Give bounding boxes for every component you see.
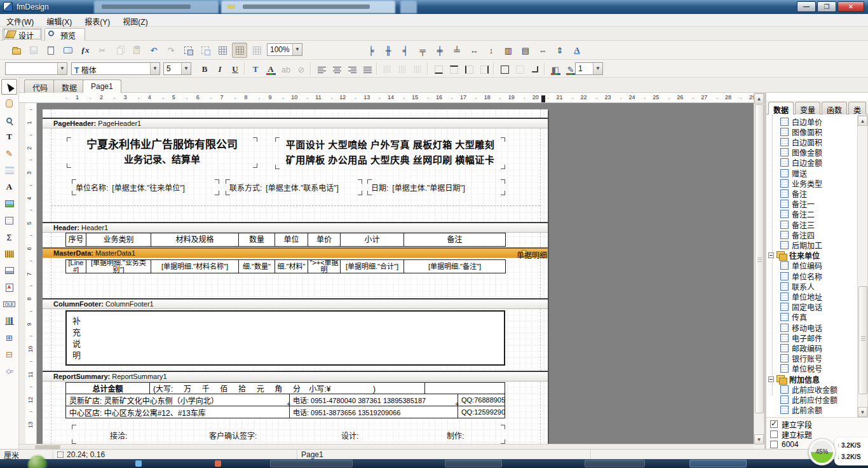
align-top-edges-button[interactable]: ╤: [415, 43, 430, 58]
report-page[interactable]: PageHeader: PageHeader1 宁夏永利伟业广告服饰有限公司 业…: [43, 109, 548, 444]
tree-field-此前应收金额[interactable]: 此前应收金额: [780, 384, 837, 394]
scroll-down-arrow[interactable]: ▼: [754, 434, 764, 444]
pageheader-field-0[interactable]: 单位名称:[单据主体."往来单位"]: [72, 179, 219, 195]
richtext-object-tool[interactable]: [1, 280, 17, 296]
vertical-text-button-3[interactable]: [410, 62, 426, 77]
align-bottom-edges-button[interactable]: ╧: [449, 43, 465, 58]
tree-scrollbar[interactable]: ▲ ▼: [857, 115, 868, 417]
subreport-object-tool[interactable]: [1, 212, 17, 228]
header-cell-5[interactable]: 单价: [308, 233, 341, 247]
highlight-color-button[interactable]: A: [263, 62, 278, 77]
tree-node-附加信息[interactable]: 附加信息: [768, 374, 820, 384]
header-cell-3[interactable]: 数量: [238, 233, 275, 247]
tree-node-往来单位[interactable]: 往来单位: [768, 251, 820, 261]
tree-field-白边单价[interactable]: 白边单价: [780, 116, 822, 127]
select-tool[interactable]: [1, 79, 17, 95]
ungroup-button[interactable]: [198, 43, 213, 58]
resize-handle[interactable]: +: [455, 400, 459, 408]
close-button[interactable]: ✕: [837, 1, 864, 12]
data-dictionary-button[interactable]: [60, 43, 76, 58]
align-to-grid-button[interactable]: [249, 43, 264, 58]
tree-field-白边金额[interactable]: 白边金额: [780, 158, 822, 168]
tree-field-固定电话[interactable]: 固定电话: [780, 302, 822, 312]
tree-field-赠送[interactable]: 赠送: [780, 168, 807, 178]
ole-object-tool[interactable]: OLE: [1, 296, 17, 312]
tree-field-备注二[interactable]: 备注二: [780, 209, 815, 219]
zoom-tool[interactable]: [1, 113, 17, 128]
font-dialog-button[interactable]: A: [569, 43, 585, 58]
show-grid-button[interactable]: [215, 43, 230, 58]
data-cell-3[interactable]: 细."数量": [238, 259, 275, 273]
pageheader-field-2[interactable]: 日期:[单据主体."单据日期"]: [367, 179, 505, 195]
align-text-center-button[interactable]: [329, 62, 344, 77]
amount-in-words-cell[interactable]: (大写: 万 千 佰 拾 元 角 分 小写:¥ ): [149, 382, 425, 394]
signature-row-object[interactable]: 接洽:客户确认签字:设计:制作:: [72, 425, 505, 444]
pageheader-field-1[interactable]: 联系方式:[单据主体."联系电话"]: [226, 179, 362, 195]
tree-field-图像金额[interactable]: 图像金额: [780, 148, 822, 158]
checkbox-row-1[interactable]: 建立标题: [770, 429, 812, 439]
taskbar-window-button[interactable]: [270, 460, 353, 467]
taskbar-window-button-active[interactable]: [689, 460, 747, 467]
checkbox-row-2[interactable]: 6004: [770, 439, 799, 450]
italic-button[interactable]: I: [212, 62, 227, 77]
header-cell-0[interactable]: 序号: [65, 233, 86, 247]
tree-field-备注三[interactable]: 备注三: [780, 219, 815, 230]
align-left-edges-button[interactable]: ╞: [363, 43, 379, 58]
format-brush-tool[interactable]: ✎: [1, 146, 17, 162]
table-object-tool[interactable]: ⊟: [1, 347, 17, 362]
border-none-button[interactable]: [512, 62, 527, 77]
style-select[interactable]: ▼: [5, 62, 67, 75]
checkbox-unchecked[interactable]: [770, 441, 778, 448]
font-size-select[interactable]: 5 ▼: [163, 62, 191, 75]
aggregate-object-tool[interactable]: Σ: [1, 230, 17, 245]
store-phone-1[interactable]: 电话: 0951-3873656 13519209066: [289, 406, 458, 418]
taskbar-icon[interactable]: [215, 460, 221, 467]
header-cell-4[interactable]: 单位: [275, 233, 308, 247]
tree-field-单位税号[interactable]: 单位税号: [780, 364, 822, 374]
supplementary-note-object[interactable]: 补充说明: [65, 310, 505, 366]
align-vertical-centers-button[interactable]: ╪: [432, 43, 447, 58]
scroll-up-arrow[interactable]: ▲: [858, 116, 867, 126]
scrollbar-thumb[interactable]: [755, 104, 764, 413]
doc-tab-数据[interactable]: 数据: [53, 79, 85, 93]
band-header[interactable]: Header: Header1: [43, 222, 548, 233]
align-text-left-button[interactable]: [314, 62, 329, 77]
tree-field-图像面积[interactable]: 图像面积: [780, 127, 822, 137]
tree-field-备注一[interactable]: 备注一: [780, 199, 815, 209]
data-field-tree[interactable]: 白边单价图像面积白边面积图像金额白边金额赠送业务类型备注备注一备注二备注三备注四…: [766, 115, 857, 417]
chart-object-tool[interactable]: [1, 313, 17, 329]
header-cell-1[interactable]: 业务类别: [86, 233, 151, 247]
sidebar-tab-函数[interactable]: 函数: [822, 102, 847, 114]
scrollbar-thumb[interactable]: [858, 286, 867, 394]
space-vertically-button[interactable]: ↕: [484, 43, 499, 58]
page-settings-button[interactable]: [43, 43, 58, 58]
same-height-button[interactable]: ⇕: [552, 43, 567, 58]
picture-object-tool[interactable]: [1, 196, 17, 212]
tree-field-传真[interactable]: 传真: [780, 312, 807, 322]
align-text-justify-button[interactable]: [360, 62, 375, 77]
vertical-text-button-2[interactable]: [395, 62, 410, 77]
hand-tool[interactable]: [1, 95, 17, 111]
align-text-right-button[interactable]: [344, 62, 360, 77]
tree-field-此前余额[interactable]: 此前余额: [780, 405, 822, 415]
line-width-select[interactable]: 1 ▼: [575, 62, 603, 75]
amount-empty-cell[interactable]: [424, 382, 505, 394]
space-horizontally-button[interactable]: ↔: [466, 43, 482, 58]
canvas-vertical-scrollbar[interactable]: ▲ ▼: [754, 93, 764, 444]
zoom-select[interactable]: 100% ▼: [267, 43, 302, 56]
data-cell-0[interactable]: [Line #]: [65, 259, 86, 273]
align-horizontal-centers-button[interactable]: ╫: [381, 43, 396, 58]
band-reportsummary[interactable]: ReportSummary: ReportSummary1: [43, 371, 548, 382]
panel-object-tool[interactable]: [1, 263, 17, 279]
tab-preview[interactable]: 预览: [44, 28, 85, 41]
tree-field-后期加工[interactable]: 后期加工: [780, 240, 822, 250]
taskbar-icon[interactable]: [135, 460, 142, 467]
paste-button[interactable]: [129, 43, 144, 58]
crosstab-object-tool[interactable]: ⊞: [1, 330, 17, 346]
doc-tab-代码[interactable]: 代码: [24, 79, 56, 93]
copy-button[interactable]: [112, 43, 127, 58]
sidebar-tab-类[interactable]: 类: [848, 102, 866, 114]
store-phone-0[interactable]: 电话: 0951-4780040 387361 13895385187: [289, 394, 458, 406]
data-cell-2[interactable]: [单据明细."材料名称"]: [151, 259, 239, 273]
header-cell-7[interactable]: 备注: [403, 233, 506, 247]
